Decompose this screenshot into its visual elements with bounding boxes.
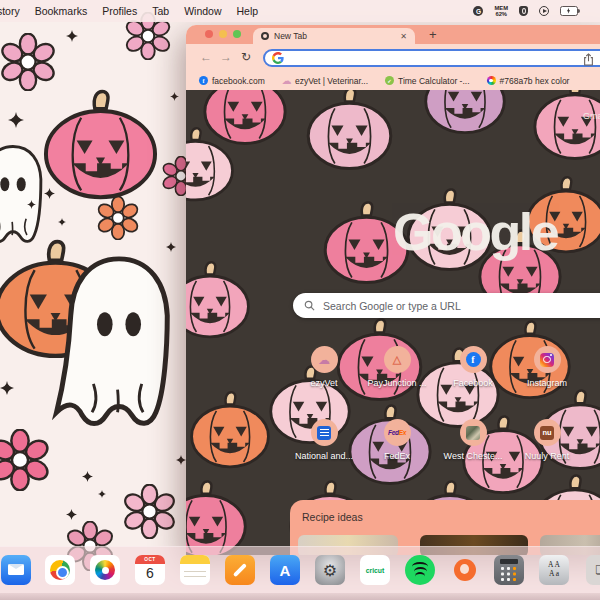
share-icon[interactable]: [583, 52, 594, 70]
dock-photos-icon[interactable]: [90, 555, 120, 585]
tab-favicon-icon: [261, 32, 269, 40]
google-favicon-icon: [272, 52, 284, 64]
search-icon: [304, 300, 315, 311]
shortcut-label: ezyVet: [284, 378, 364, 388]
zoom-window-button[interactable]: [233, 30, 241, 38]
search-input[interactable]: Search Google or type a URL: [293, 293, 600, 318]
shortcut-tile: f: [460, 346, 487, 373]
shield-icon[interactable]: [519, 6, 528, 16]
weather-channel-icon: [317, 426, 331, 440]
battery-charging-icon[interactable]: [560, 6, 578, 17]
menu-items: History Bookmarks Profiles Tab Window He…: [0, 5, 258, 17]
shortcut-label: Facebook: [433, 378, 513, 388]
dock-notes-icon[interactable]: [180, 555, 210, 585]
shortcut-facebook[interactable]: f Facebook: [433, 346, 513, 388]
dock-calculator-icon[interactable]: [494, 555, 524, 585]
menu-bar: History Bookmarks Profiles Tab Window He…: [0, 0, 600, 22]
browser-toolbar: ← → ↻: [186, 44, 600, 71]
dock-fontbook-icon[interactable]: A AA a: [539, 555, 569, 585]
calculator-favicon-icon: ✓: [385, 76, 394, 85]
dock-spotify-icon[interactable]: [405, 555, 435, 585]
play-circle-icon[interactable]: [539, 6, 549, 16]
dock-appstore-icon[interactable]: A: [270, 555, 300, 585]
tab-close-icon[interactable]: ✕: [400, 32, 407, 41]
color-wheel-favicon-icon: [487, 76, 496, 85]
recipe-ideas-title: Recipe ideas: [302, 511, 363, 523]
shortcut-tile: [460, 419, 487, 446]
tab-new-tab[interactable]: New Tab ✕: [253, 28, 415, 44]
new-tab-button[interactable]: +: [429, 27, 437, 42]
fedex-ex-text: Ex: [399, 429, 406, 436]
chrome-center: [56, 566, 69, 579]
dock-reflection: [0, 593, 600, 600]
cricut-label: cricut: [366, 567, 385, 574]
facebook-favicon-icon: f: [199, 76, 208, 85]
nuuly-icon: nu: [540, 426, 554, 440]
dock-calendar-icon[interactable]: OCT 6: [135, 555, 165, 585]
dock-origin-icon[interactable]: [450, 555, 480, 585]
spotify-wave-icon: [415, 572, 425, 581]
shortcut-ezyvet[interactable]: ☁ ezyVet: [284, 346, 364, 388]
bookmark-ezyvet[interactable]: ☁ ezyVet | Veterinar...: [282, 76, 368, 86]
origin-swirl-icon: [454, 559, 476, 581]
reload-icon[interactable]: ↻: [241, 50, 251, 64]
charging-bolt-icon: [566, 8, 571, 14]
shortcut-instagram[interactable]: Instagram: [507, 346, 587, 388]
shortcut-west-chester[interactable]: West Cheste...: [433, 419, 513, 461]
shortcut-fedex[interactable]: FedEx FedEx: [357, 419, 437, 461]
dock-pages-icon[interactable]: [225, 555, 255, 585]
envelope-icon: [8, 564, 24, 575]
dock-chrome-icon[interactable]: [45, 555, 75, 585]
payjunction-icon: △: [393, 353, 401, 366]
partial-app-glyph: ❏: [596, 563, 600, 577]
menu-item-tab[interactable]: Tab: [152, 5, 169, 17]
instagram-icon: [540, 353, 554, 367]
memory-status[interactable]: MEM62%: [494, 5, 508, 17]
address-bar[interactable]: [263, 49, 600, 67]
grammarly-icon[interactable]: G: [473, 6, 483, 16]
dock-mail-icon[interactable]: [1, 555, 31, 585]
facebook-icon: f: [466, 352, 481, 367]
calendar-month: OCT: [135, 555, 165, 564]
shortcut-label: Instagram: [507, 378, 587, 388]
pen-icon: [233, 563, 247, 577]
shortcut-weather[interactable]: National and...: [284, 419, 364, 461]
menu-item-profiles[interactable]: Profiles: [102, 5, 137, 17]
shortcut-tile: △: [384, 346, 411, 373]
shortcut-tile: [311, 419, 338, 446]
tab-title: New Tab: [274, 31, 395, 41]
bookmark-label: #768a7b hex color: [500, 76, 570, 86]
menu-item-help[interactable]: Help: [237, 5, 259, 17]
bookmark-hex-color[interactable]: #768a7b hex color: [487, 76, 570, 86]
dock-settings-icon[interactable]: ⚙: [315, 555, 345, 585]
dock-partial-icon[interactable]: ❏: [586, 555, 600, 585]
bookmark-time-calculator[interactable]: ✓ Time Calculator -...: [385, 76, 469, 86]
search-placeholder: Search Google or type a URL: [323, 300, 461, 312]
fedex-fed-text: Fed: [388, 429, 399, 436]
calculator-buttons: [501, 567, 504, 570]
close-window-button[interactable]: [205, 30, 213, 38]
dock-cricut-icon[interactable]: cricut: [360, 555, 390, 585]
gmail-link[interactable]: Gmail: [583, 111, 600, 121]
menu-item-history[interactable]: History: [0, 5, 20, 17]
tab-strip: New Tab ✕ +: [186, 25, 600, 44]
forward-icon[interactable]: →: [220, 50, 232, 64]
shortcut-payjunction[interactable]: △ PayJunction ...: [357, 346, 437, 388]
menu-item-window[interactable]: Window: [184, 5, 221, 17]
minimize-window-button[interactable]: [219, 30, 227, 38]
back-icon[interactable]: ←: [200, 50, 212, 64]
shortcut-tile: FedEx: [384, 419, 411, 446]
menu-item-bookmarks[interactable]: Bookmarks: [35, 5, 88, 17]
gear-icon: ⚙: [323, 561, 337, 580]
bookmark-facebook[interactable]: f facebook.com: [199, 76, 265, 86]
calendar-day: 6: [135, 565, 165, 581]
shortcut-label: Nuuly Rent: [507, 451, 587, 461]
bookmark-label: ezyVet | Veterinar...: [295, 76, 368, 86]
bookmarks-bar: f facebook.com ☁ ezyVet | Veterinar... ✓…: [186, 71, 600, 90]
status-icons: G MEM62%: [473, 5, 600, 17]
memory-value: 62%: [495, 11, 507, 17]
photo-thumbnail-icon: [466, 426, 480, 440]
bookmark-label: facebook.com: [212, 76, 265, 86]
new-tab-page: Gmail Google Search Google or type a URL…: [186, 90, 600, 555]
shortcut-nuuly[interactable]: nu Nuuly Rent: [507, 419, 587, 461]
